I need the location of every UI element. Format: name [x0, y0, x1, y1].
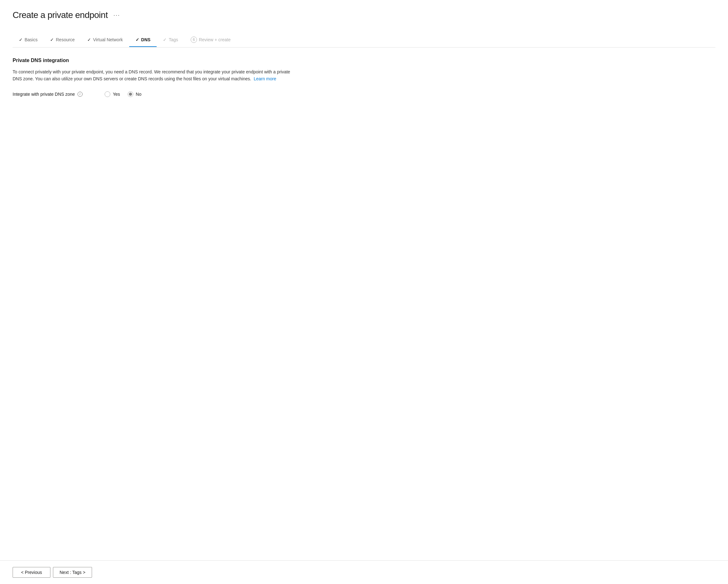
page-title: Create a private endpoint	[12, 10, 108, 20]
learn-more-link[interactable]: Learn more	[254, 76, 277, 81]
footer: < Previous Next : Tags >	[0, 560, 728, 584]
tab-resource-label: Resource	[56, 37, 75, 42]
tab-dns[interactable]: ✓ DNS	[129, 33, 157, 47]
tab-tags-label: Tags	[168, 37, 178, 42]
description-body: To connect privately with your private e…	[12, 69, 290, 81]
page-title-row: Create a private endpoint ···	[12, 10, 716, 20]
tab-basics-label: Basics	[25, 37, 37, 42]
section-title: Private DNS integration	[12, 58, 296, 63]
radio-group: Yes No	[105, 91, 141, 97]
next-button[interactable]: Next : Tags >	[53, 567, 92, 578]
radio-no-label: No	[136, 92, 141, 97]
tab-virtual-network-check: ✓	[87, 37, 91, 42]
tab-virtual-network[interactable]: ✓ Virtual Network	[81, 33, 129, 47]
radio-yes-label: Yes	[113, 92, 120, 97]
tab-basics[interactable]: ✓ Basics	[12, 33, 44, 47]
tab-resource-check: ✓	[50, 37, 54, 42]
tab-tags-check: ✓	[163, 37, 167, 42]
wizard-tabs: ✓ Basics ✓ Resource ✓ Virtual Network ✓ …	[12, 33, 716, 48]
tab-basics-check: ✓	[19, 37, 23, 42]
description-text: To connect privately with your private e…	[12, 68, 296, 82]
tab-resource[interactable]: ✓ Resource	[44, 33, 81, 47]
field-label-text: Integrate with private DNS zone	[12, 92, 75, 97]
dns-integration-row: Integrate with private DNS zone i Yes No	[12, 91, 296, 97]
radio-option-no[interactable]: No	[128, 91, 141, 97]
tab-review-create-label: Review + create	[199, 37, 231, 42]
previous-button[interactable]: < Previous	[12, 567, 50, 578]
tab-review-create[interactable]: 6 Review + create	[184, 33, 237, 47]
content-area: Private DNS integration To connect priva…	[12, 58, 296, 560]
tab-virtual-network-label: Virtual Network	[93, 37, 123, 42]
tab-dns-label: DNS	[141, 37, 151, 42]
field-label-container: Integrate with private DNS zone i	[12, 92, 95, 97]
radio-no-inner	[129, 92, 132, 96]
tab-review-number: 6	[191, 36, 197, 43]
tab-tags[interactable]: ✓ Tags	[157, 33, 184, 47]
page-container: Create a private endpoint ··· ✓ Basics ✓…	[0, 0, 728, 560]
radio-yes-outer[interactable]	[105, 91, 110, 97]
tab-dns-check: ✓	[135, 37, 139, 42]
radio-option-yes[interactable]: Yes	[105, 91, 120, 97]
info-icon[interactable]: i	[78, 92, 83, 97]
radio-no-outer[interactable]	[128, 91, 133, 97]
ellipsis-menu-button[interactable]: ···	[111, 11, 122, 19]
